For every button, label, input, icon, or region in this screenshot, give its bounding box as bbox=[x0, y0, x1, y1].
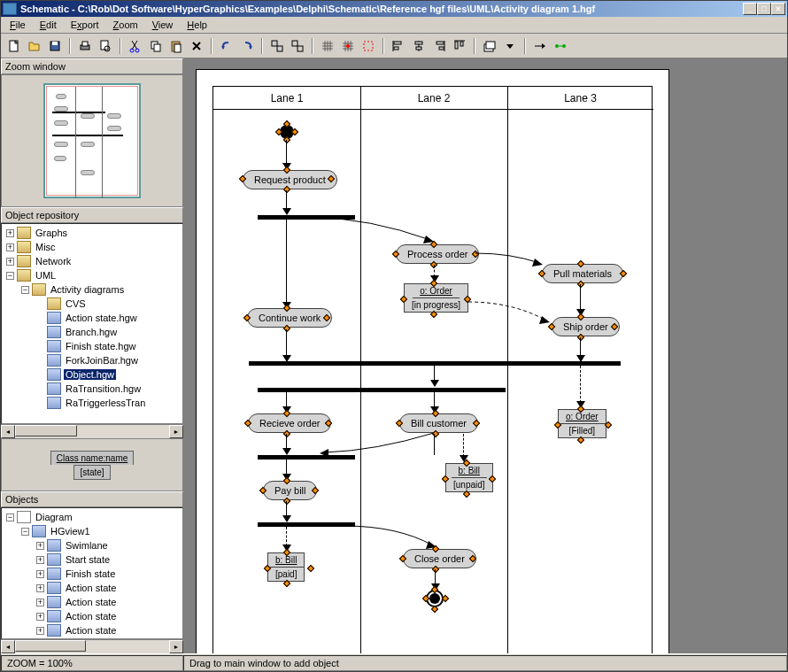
arrow bbox=[580, 284, 581, 311]
tree-file-ratransition[interactable]: RaTransition.hgw bbox=[64, 383, 143, 394]
zoom-window[interactable] bbox=[1, 74, 183, 207]
obj-action-state-3[interactable]: Action state bbox=[64, 611, 118, 622]
obj-action-state-2[interactable]: Action state bbox=[64, 597, 118, 607]
join-bar[interactable] bbox=[249, 361, 621, 366]
scroll-right-button[interactable]: ► bbox=[169, 425, 183, 438]
obj-action-state-1[interactable]: Action state bbox=[64, 583, 118, 593]
lane-header-3[interactable]: Lane 3 bbox=[507, 87, 653, 110]
tree-node-network[interactable]: Network bbox=[34, 256, 73, 266]
delete-button[interactable] bbox=[187, 36, 206, 56]
open-button[interactable] bbox=[25, 36, 44, 56]
diagram-canvas[interactable]: Lane 1 Lane 2 Lane 3 Request product bbox=[196, 69, 669, 653]
scroll-left-button[interactable]: ◄ bbox=[1, 640, 15, 653]
menu-view[interactable]: View bbox=[145, 19, 181, 31]
grid-button[interactable] bbox=[318, 36, 337, 56]
tree-node-graphs[interactable]: Graphs bbox=[34, 228, 69, 238]
menu-zoom[interactable]: Zoom bbox=[106, 19, 145, 31]
svg-rect-26 bbox=[436, 42, 444, 44]
object-bill-unpaid[interactable]: b: Bill [unpaid] bbox=[445, 463, 493, 492]
layer-button[interactable] bbox=[480, 36, 499, 56]
paste-button[interactable] bbox=[166, 36, 186, 56]
tree-file-branch[interactable]: Branch.hgw bbox=[64, 327, 119, 337]
activity-bill-customer[interactable]: Bill customer bbox=[399, 413, 478, 433]
arrow-tool-button[interactable] bbox=[530, 36, 550, 56]
obj-finish-state[interactable]: Finish state bbox=[64, 568, 117, 579]
tree-node-cvs[interactable]: CVS bbox=[64, 298, 88, 309]
align-left-button[interactable] bbox=[389, 36, 408, 56]
obj-swimlane[interactable]: Swimlane bbox=[64, 540, 110, 551]
tree-file-ratriggerless[interactable]: RaTriggerlessTran bbox=[64, 398, 147, 408]
close-button[interactable]: × bbox=[771, 3, 785, 15]
separator bbox=[381, 36, 386, 56]
tree-file-object[interactable]: Object.hgw bbox=[64, 369, 116, 380]
repository-tree[interactable]: +Graphs +Misc +Network −UML −Activity di… bbox=[1, 223, 183, 424]
print-button[interactable] bbox=[75, 36, 95, 56]
lane-header-2[interactable]: Lane 2 bbox=[360, 87, 507, 110]
fork-bar-2[interactable] bbox=[258, 388, 506, 392]
menu-help[interactable]: Help bbox=[180, 19, 214, 31]
svg-rect-16 bbox=[297, 46, 303, 51]
preview-button[interactable] bbox=[96, 36, 115, 56]
select-button[interactable] bbox=[359, 36, 378, 56]
group-button[interactable] bbox=[267, 36, 287, 56]
activity-process-order[interactable]: Process order bbox=[396, 244, 479, 264]
tree-node-activity-diagrams[interactable]: Activity diagrams bbox=[49, 284, 126, 295]
zoom-thumbnail[interactable] bbox=[43, 83, 141, 198]
ungroup-button[interactable] bbox=[288, 36, 307, 56]
snap-button[interactable] bbox=[338, 36, 358, 56]
svg-rect-10 bbox=[154, 44, 160, 51]
dropdown-button[interactable] bbox=[500, 36, 520, 56]
object-bill-paid[interactable]: b: Bill [paid] bbox=[267, 552, 305, 582]
activity-recieve-order[interactable]: Recieve order bbox=[248, 413, 331, 433]
activity-pay-bill[interactable]: Pay bill bbox=[263, 481, 317, 500]
align-right-button[interactable] bbox=[429, 36, 449, 56]
obj-hgview[interactable]: HGview1 bbox=[49, 526, 92, 537]
dashed-arrow bbox=[286, 527, 287, 546]
connector-button[interactable] bbox=[551, 36, 570, 56]
minimize-button[interactable]: _ bbox=[743, 3, 757, 15]
tree-file-finish-state[interactable]: Finish state.hgw bbox=[64, 341, 137, 351]
new-button[interactable] bbox=[4, 36, 24, 56]
tree-node-uml[interactable]: UML bbox=[34, 270, 58, 281]
menu-edit[interactable]: Edit bbox=[33, 19, 64, 31]
activity-continue-work[interactable]: Continue work bbox=[247, 308, 332, 328]
activity-request-product[interactable]: Request product bbox=[243, 170, 337, 189]
preview-object[interactable]: Class name:name [state] bbox=[50, 451, 135, 480]
align-center-button[interactable] bbox=[409, 36, 429, 56]
object-order-filled[interactable]: o: Order [Filled] bbox=[558, 409, 606, 438]
obj-diagram[interactable]: Diagram bbox=[34, 512, 74, 522]
activity-close-order[interactable]: Close order bbox=[403, 549, 476, 568]
lane-header-1[interactable]: Lane 1 bbox=[213, 87, 360, 110]
obj-start-state[interactable]: Start state bbox=[64, 554, 112, 565]
canvas-area[interactable]: Lane 1 Lane 2 Lane 3 Request product bbox=[185, 58, 787, 653]
objects-scrollbar[interactable]: ◄ ► bbox=[1, 639, 183, 653]
undo-button[interactable] bbox=[217, 36, 236, 56]
activity-ship-order[interactable]: Ship order bbox=[552, 317, 620, 336]
dashed-arrow bbox=[463, 434, 464, 457]
svg-rect-4 bbox=[82, 42, 88, 46]
svg-rect-18 bbox=[364, 42, 373, 50]
menu-file[interactable]: File bbox=[3, 19, 33, 31]
activity-pull-materials[interactable]: Pull materials bbox=[542, 264, 623, 283]
align-top-button[interactable] bbox=[450, 36, 469, 56]
maximize-button[interactable]: □ bbox=[757, 3, 771, 15]
tree-file-action-state[interactable]: Action state.hgw bbox=[64, 313, 139, 323]
fork-bar-3[interactable] bbox=[258, 522, 355, 527]
redo-button[interactable] bbox=[237, 36, 257, 56]
svg-point-34 bbox=[555, 44, 559, 48]
obj-action-state-4[interactable]: Action state bbox=[64, 625, 118, 636]
svg-rect-32 bbox=[486, 42, 495, 49]
cut-button[interactable] bbox=[126, 36, 145, 56]
initial-state[interactable] bbox=[280, 125, 294, 139]
save-button[interactable] bbox=[45, 36, 65, 56]
object-order-in-progress[interactable]: o: Order [in progress] bbox=[404, 283, 468, 313]
tree-node-misc[interactable]: Misc bbox=[34, 242, 58, 252]
tree-file-forkjoin[interactable]: ForkJoinBar.hgw bbox=[64, 355, 140, 366]
copy-button[interactable] bbox=[146, 36, 166, 56]
preview-class-name: Class name:name bbox=[50, 451, 135, 465]
repo-scrollbar[interactable]: ◄ ► bbox=[1, 424, 183, 438]
objects-tree[interactable]: −Diagram −HGview1 +Swimlane +Start state… bbox=[1, 507, 183, 639]
scroll-right-button[interactable]: ► bbox=[169, 640, 183, 653]
scroll-left-button[interactable]: ◄ bbox=[1, 425, 15, 438]
menu-export[interactable]: Export bbox=[64, 19, 106, 31]
